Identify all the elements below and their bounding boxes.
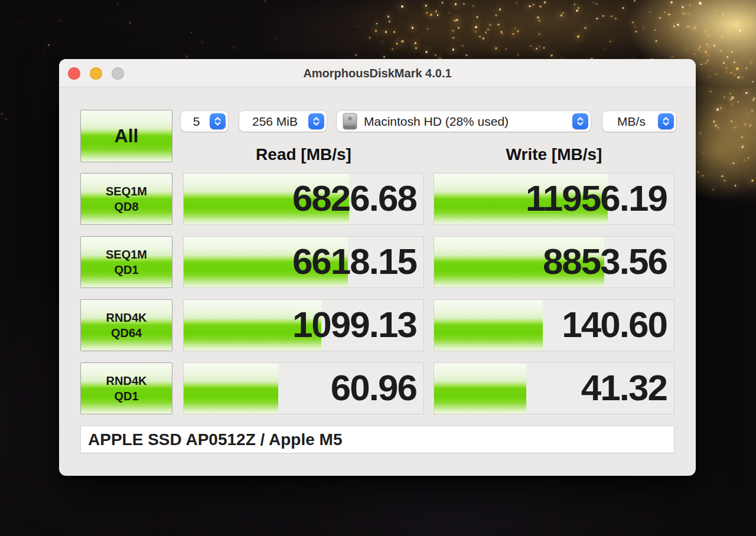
write-value: 140.60 bbox=[562, 300, 667, 351]
result-bar bbox=[434, 363, 526, 414]
target-volume-select[interactable]: Macintosh HD (28% used) bbox=[337, 111, 591, 132]
read-value: 6618.15 bbox=[292, 237, 416, 287]
read-result-cell: 6826.68 bbox=[183, 173, 424, 225]
result-bar bbox=[434, 300, 543, 351]
read-result-cell: 60.96 bbox=[183, 362, 424, 414]
benchmark-row-rnd4k-qd64: RND4K QD64 1099.13 140.60 bbox=[59, 299, 696, 351]
result-bar bbox=[184, 363, 278, 414]
test-label: RND4K bbox=[106, 373, 147, 388]
unit-value: MB/s bbox=[610, 115, 653, 129]
test-size-value: 256 MiB bbox=[246, 115, 304, 129]
chevron-up-down-icon[interactable] bbox=[210, 113, 226, 129]
chevron-up-down-icon[interactable] bbox=[308, 113, 324, 129]
read-value: 6826.68 bbox=[292, 174, 416, 224]
run-seq1m-qd8-button[interactable]: SEQ1M QD8 bbox=[80, 173, 172, 225]
amorphousdiskmark-window: AmorphousDiskMark 4.0.1 All 5 256 MiB bbox=[59, 59, 696, 476]
read-result-cell: 6618.15 bbox=[183, 236, 424, 288]
test-label: SEQ1M bbox=[106, 247, 147, 262]
all-button-label: All bbox=[115, 125, 139, 147]
read-column-header: Read [MB/s] bbox=[183, 145, 424, 164]
chevron-up-down-icon[interactable] bbox=[572, 113, 588, 129]
read-result-cell: 1099.13 bbox=[183, 299, 424, 351]
trial-count-value: 5 bbox=[188, 115, 205, 129]
write-value: 11956.19 bbox=[526, 174, 667, 224]
test-size-select[interactable]: 256 MiB bbox=[239, 111, 327, 132]
test-qd-label: QD64 bbox=[111, 325, 142, 341]
unit-select[interactable]: MB/s bbox=[602, 111, 676, 132]
test-qd-label: QD1 bbox=[114, 262, 138, 277]
window-title: AmorphousDiskMark 4.0.1 bbox=[59, 59, 696, 87]
write-result-cell: 8853.56 bbox=[434, 236, 674, 288]
internal-drive-icon bbox=[343, 113, 357, 130]
test-label: SEQ1M bbox=[106, 184, 147, 199]
write-value: 8853.56 bbox=[543, 237, 667, 287]
run-rnd4k-qd1-button[interactable]: RND4K QD1 bbox=[80, 362, 172, 414]
write-result-cell: 11956.19 bbox=[434, 173, 674, 225]
write-value: 41.32 bbox=[581, 363, 667, 414]
test-qd-label: QD8 bbox=[114, 199, 138, 214]
titlebar[interactable]: AmorphousDiskMark 4.0.1 bbox=[59, 59, 696, 87]
screen: AmorphousDiskMark 4.0.1 All 5 256 MiB bbox=[0, 0, 756, 536]
benchmark-row-seq1m-qd8: SEQ1M QD8 6826.68 11956.19 bbox=[59, 173, 696, 225]
run-all-button[interactable]: All bbox=[80, 110, 172, 162]
chevron-up-down-icon[interactable] bbox=[658, 113, 674, 129]
read-value: 1099.13 bbox=[292, 300, 416, 351]
benchmark-row-seq1m-qd1: SEQ1M QD1 6618.15 8853.56 bbox=[59, 236, 696, 288]
run-rnd4k-qd64-button[interactable]: RND4K QD64 bbox=[80, 299, 172, 351]
test-label: RND4K bbox=[106, 310, 147, 325]
target-volume-value: Macintosh HD (28% used) bbox=[364, 115, 568, 129]
test-qd-label: QD1 bbox=[114, 388, 138, 404]
run-seq1m-qd1-button[interactable]: SEQ1M QD1 bbox=[80, 236, 172, 288]
read-value: 60.96 bbox=[331, 363, 416, 414]
trial-count-select[interactable]: 5 bbox=[181, 111, 228, 132]
device-info-text: APPLE SSD AP0512Z / Apple M5 bbox=[88, 430, 343, 449]
write-column-header: Write [MB/s] bbox=[434, 145, 674, 164]
write-result-cell: 140.60 bbox=[434, 299, 674, 351]
benchmark-row-rnd4k-qd1: RND4K QD1 60.96 41.32 bbox=[59, 362, 696, 414]
write-result-cell: 41.32 bbox=[434, 362, 674, 414]
device-info-field[interactable]: APPLE SSD AP0512Z / Apple M5 bbox=[80, 426, 674, 453]
